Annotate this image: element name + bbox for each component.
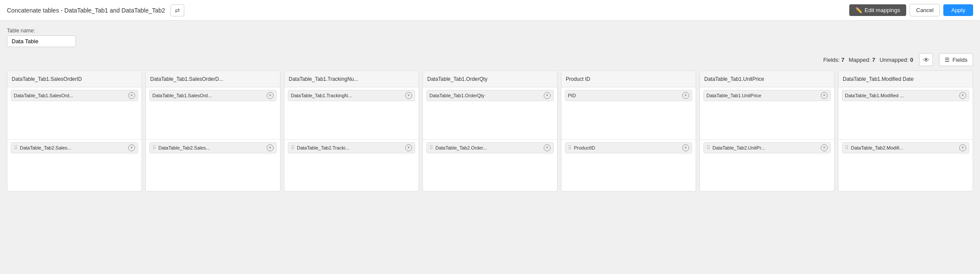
remove-bottom-mapping-button[interactable]: × <box>405 144 412 151</box>
table-name-input[interactable] <box>7 35 76 47</box>
drag-chip-text: ProductID <box>574 145 680 150</box>
drag-chip: ⠿DataTable_Tab2.UnitPr...× <box>703 142 831 153</box>
remove-bottom-mapping-button[interactable]: × <box>267 144 274 151</box>
mapping-chip-text: DataTable_Tab1.Modified ... <box>845 93 958 98</box>
fields-counts: Fields: 7 Mapped: 7 Unmapped: 0 <box>823 57 914 63</box>
column-header: DataTable_Tab1.Modified Date <box>838 71 973 87</box>
mapping-chip-text: DataTable_Tab1.SalesOrd... <box>152 93 265 98</box>
column-body-top: DataTable_Tab1.TrackingN...× <box>284 87 419 139</box>
column-header: DataTable_Tab1.SalesOrderID <box>7 71 142 87</box>
eye-button[interactable]: 👁 <box>919 53 933 66</box>
columns-grid: DataTable_Tab1.SalesOrderIDDataTable_Tab… <box>7 70 973 191</box>
column-body-top: DataTable_Tab1.SalesOrd...× <box>7 87 142 139</box>
drag-handle-icon[interactable]: ⠿ <box>845 145 849 151</box>
column-card: Product IDPID×⠿ProductID× <box>561 70 696 191</box>
column-header: DataTable_Tab1.TrackingNu... <box>284 71 419 87</box>
drag-chip: ⠿DataTable_Tab2.Sales...× <box>149 142 277 153</box>
column-body-bottom: ⠿DataTable_Tab2.Sales...× <box>7 139 142 191</box>
remove-mapping-button[interactable]: × <box>821 92 828 99</box>
drag-chip: ⠿DataTable_Tab2.Order...× <box>426 142 554 153</box>
column-body-top: DataTable_Tab1.SalesOrd...× <box>146 87 280 139</box>
column-body-top: DataTable_Tab1.OrderQty× <box>423 87 557 139</box>
drag-chip: ⠿DataTable_Tab2.Modifi...× <box>842 142 969 153</box>
drag-chip-text: DataTable_Tab2.UnitPr... <box>712 145 819 150</box>
mapping-chip-text: PID <box>568 93 681 98</box>
table-name-section: Table name: <box>7 28 973 47</box>
column-header: DataTable_Tab1.SalesOrderD... <box>146 71 280 87</box>
column-body-top: DataTable_Tab1.UnitPrice× <box>700 87 834 139</box>
column-body-bottom: ⠿DataTable_Tab2.Sales...× <box>146 139 280 191</box>
column-body-top: DataTable_Tab1.Modified ...× <box>838 87 973 139</box>
column-body-bottom: ⠿DataTable_Tab2.Tracki...× <box>284 139 419 191</box>
drag-chip: ⠿ProductID× <box>565 142 692 153</box>
column-card: DataTable_Tab1.SalesOrderIDDataTable_Tab… <box>7 70 142 191</box>
fields-label: Fields: 7 <box>823 57 845 63</box>
remove-bottom-mapping-button[interactable]: × <box>682 144 689 151</box>
drag-chip: ⠿DataTable_Tab2.Tracki...× <box>288 142 415 153</box>
remove-mapping-button[interactable]: × <box>959 92 966 99</box>
edit-mappings-button[interactable]: ✏️ Edit mappings <box>849 4 906 16</box>
mapping-chip-text: DataTable_Tab1.TrackingN... <box>291 93 403 98</box>
list-icon: ☰ <box>945 57 950 63</box>
apply-button[interactable]: Apply <box>943 4 973 16</box>
header-left: Concatenate tables - DataTable_Tab1 and … <box>7 4 184 16</box>
drag-handle-icon[interactable]: ⠿ <box>14 145 18 151</box>
remove-bottom-mapping-button[interactable]: × <box>959 144 966 151</box>
drag-handle-icon[interactable]: ⠿ <box>152 145 156 151</box>
column-header: DataTable_Tab1.UnitPrice <box>700 71 834 87</box>
drag-chip-text: DataTable_Tab2.Sales... <box>20 145 126 150</box>
mapping-chip: DataTable_Tab1.TrackingN...× <box>288 90 415 101</box>
mapping-chip: DataTable_Tab1.OrderQty× <box>426 90 554 101</box>
fields-button[interactable]: ☰ Fields <box>939 53 973 66</box>
drag-chip-text: DataTable_Tab2.Sales... <box>158 145 265 150</box>
main-content: Table name: Fields: 7 Mapped: 7 Unmapped… <box>0 21 980 198</box>
mapping-chip-text: DataTable_Tab1.SalesOrd... <box>14 93 126 98</box>
remove-mapping-button[interactable]: × <box>128 92 135 99</box>
column-card: DataTable_Tab1.SalesOrderD...DataTable_T… <box>145 70 280 191</box>
mapping-chip-text: DataTable_Tab1.OrderQty <box>429 93 542 98</box>
column-body-bottom: ⠿DataTable_Tab2.UnitPr...× <box>700 139 834 191</box>
column-body-bottom: ⠿ProductID× <box>561 139 696 191</box>
drag-handle-icon[interactable]: ⠿ <box>429 145 433 151</box>
remove-mapping-button[interactable]: × <box>682 92 689 99</box>
column-card: DataTable_Tab1.TrackingNu...DataTable_Ta… <box>284 70 419 191</box>
drag-handle-icon[interactable]: ⠿ <box>568 145 572 151</box>
remove-bottom-mapping-button[interactable]: × <box>821 144 828 151</box>
drag-chip-text: DataTable_Tab2.Tracki... <box>297 145 403 150</box>
mapped-label: Mapped: 7 <box>849 57 875 63</box>
swap-button[interactable]: ⇄ <box>170 4 184 16</box>
mapping-chip: DataTable_Tab1.SalesOrd...× <box>149 90 277 101</box>
mapping-chip: DataTable_Tab1.UnitPrice× <box>703 90 831 101</box>
mapping-chip: DataTable_Tab1.Modified ...× <box>842 90 969 101</box>
cancel-button[interactable]: Cancel <box>910 4 940 16</box>
remove-bottom-mapping-button[interactable]: × <box>544 144 551 151</box>
mapping-chip: PID× <box>565 90 692 101</box>
remove-mapping-button[interactable]: × <box>544 92 551 99</box>
fields-info-bar: Fields: 7 Mapped: 7 Unmapped: 0 👁 ☰ Fiel… <box>7 53 973 66</box>
eye-icon: 👁 <box>923 56 930 64</box>
column-card: DataTable_Tab1.OrderQtyDataTable_Tab1.Or… <box>422 70 558 191</box>
page-title: Concatenate tables - DataTable_Tab1 and … <box>7 7 165 14</box>
mapping-chip-text: DataTable_Tab1.UnitPrice <box>706 93 819 98</box>
remove-mapping-button[interactable]: × <box>405 92 412 99</box>
drag-handle-icon[interactable]: ⠿ <box>291 145 295 151</box>
header-right: ✏️ Edit mappings Cancel Apply <box>849 4 973 16</box>
column-header: DataTable_Tab1.OrderQty <box>423 71 557 87</box>
column-body-top: PID× <box>561 87 696 139</box>
header: Concatenate tables - DataTable_Tab1 and … <box>0 0 980 21</box>
mapping-chip: DataTable_Tab1.SalesOrd...× <box>11 90 138 101</box>
column-header: Product ID <box>561 71 696 87</box>
column-body-bottom: ⠿DataTable_Tab2.Modifi...× <box>838 139 973 191</box>
drag-handle-icon[interactable]: ⠿ <box>706 145 710 151</box>
unmapped-label: Unmapped: 0 <box>879 57 913 63</box>
table-name-label: Table name: <box>7 28 973 34</box>
column-card: DataTable_Tab1.Modified DateDataTable_Ta… <box>838 70 973 191</box>
remove-bottom-mapping-button[interactable]: × <box>128 144 135 151</box>
column-card: DataTable_Tab1.UnitPriceDataTable_Tab1.U… <box>700 70 835 191</box>
drag-chip-text: DataTable_Tab2.Modifi... <box>851 145 957 150</box>
edit-icon: ✏️ <box>855 7 862 13</box>
column-body-bottom: ⠿DataTable_Tab2.Order...× <box>423 139 557 191</box>
remove-mapping-button[interactable]: × <box>267 92 274 99</box>
drag-chip-text: DataTable_Tab2.Order... <box>435 145 542 150</box>
drag-chip: ⠿DataTable_Tab2.Sales...× <box>11 142 138 153</box>
